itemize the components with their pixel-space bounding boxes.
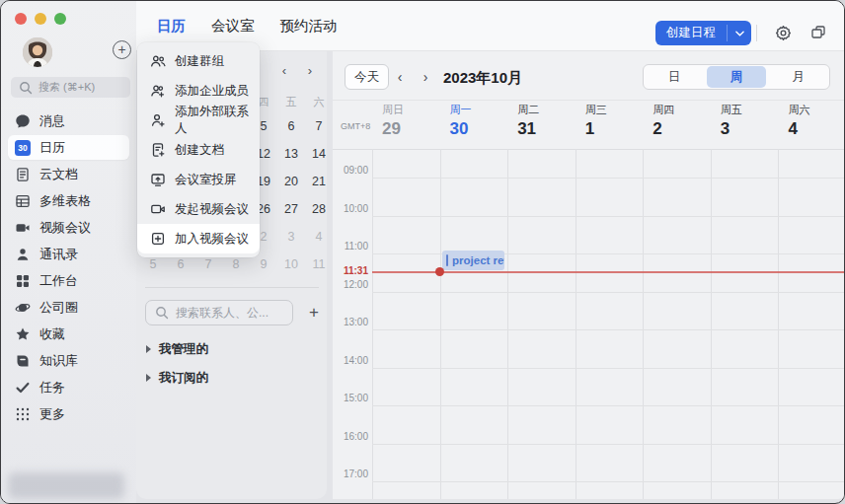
- calendar-section-managed[interactable]: 我管理的: [146, 337, 208, 361]
- mini-calendar-day[interactable]: 28: [305, 202, 333, 216]
- menu-item-label: 会议室投屏: [175, 172, 237, 188]
- day-header-31[interactable]: 周二31: [517, 103, 539, 139]
- event-title: project revi: [452, 254, 504, 266]
- window-controls: [15, 13, 66, 25]
- menu-item-create-doc[interactable]: 创建文档: [137, 135, 260, 165]
- sidebar-item-meetings[interactable]: 视频会议: [1, 214, 136, 241]
- mini-calendar-day[interactable]: 6: [167, 257, 194, 271]
- mini-calendar-day[interactable]: 7: [305, 119, 333, 133]
- mini-calendar-day[interactable]: 10: [277, 257, 305, 271]
- create-event-button[interactable]: 创建日程: [655, 21, 751, 45]
- sidebar-item-label: 视频会议: [39, 219, 91, 237]
- week-view: 今天 ‹ › 2023年10月 日周月 GMT+8 周日29周一30周二31周三…: [333, 51, 845, 499]
- view-day[interactable]: 日: [645, 66, 705, 88]
- mini-calendar-day[interactable]: 21: [305, 175, 333, 188]
- check-icon: [15, 380, 31, 396]
- date-label: 31: [517, 119, 539, 139]
- app-window: + 搜索 (⌘+K) 消息30日历云文档多维表格视频会议通讯录工作台公司圈收藏知…: [0, 0, 845, 504]
- zoom-window-button[interactable]: [54, 13, 66, 25]
- star-icon: [15, 326, 31, 342]
- sidebar-item-tasks[interactable]: 任务: [1, 374, 136, 400]
- sidebar-item-calendar[interactable]: 30日历: [1, 134, 136, 161]
- sidebar-item-docs[interactable]: 云文档: [1, 161, 136, 187]
- mini-calendar-day[interactable]: 6: [277, 119, 305, 133]
- mini-calendar-day[interactable]: 20: [277, 175, 305, 188]
- day-header-29[interactable]: 周日29: [382, 103, 404, 139]
- workbench-icon: [15, 273, 31, 289]
- mini-calendar-day[interactable]: 8: [222, 257, 250, 271]
- sidebar-item-wiki[interactable]: 知识库: [1, 347, 136, 374]
- weekday-label: 周四: [653, 103, 674, 117]
- plus-menu-button[interactable]: +: [113, 40, 131, 59]
- mini-calendar-day[interactable]: 11: [305, 257, 333, 271]
- contact-search-placeholder: 搜索联系人、公...: [176, 305, 269, 322]
- menu-item-add-external[interactable]: 添加外部联系人: [137, 106, 260, 135]
- hour-label: 10:00: [333, 203, 368, 214]
- mini-calendar-day[interactable]: 5: [139, 257, 167, 271]
- add-calendar-button[interactable]: +: [301, 300, 327, 325]
- mini-calendar-weekday: 六: [305, 95, 333, 109]
- global-search-input[interactable]: 搜索 (⌘+K): [11, 77, 130, 98]
- contact-search-input[interactable]: 搜索联系人、公...: [145, 300, 293, 325]
- calendar-section-subscribed[interactable]: 我订阅的: [146, 366, 208, 390]
- menu-item-add-member[interactable]: 添加企业成员: [137, 76, 260, 106]
- tab-events[interactable]: 预约活动: [280, 17, 338, 36]
- tab-meeting-rooms[interactable]: 会议室: [211, 17, 255, 36]
- hour-label: 16:00: [333, 431, 368, 442]
- mini-calendar-day[interactable]: 4: [305, 230, 333, 244]
- avatar[interactable]: [23, 37, 52, 67]
- next-week-icon[interactable]: ›: [416, 67, 435, 87]
- mini-calendar-prev-icon[interactable]: ‹: [275, 62, 293, 80]
- sidebar: + 搜索 (⌘+K) 消息30日历云文档多维表格视频会议通讯录工作台公司圈收藏知…: [1, 1, 136, 503]
- today-button[interactable]: 今天: [345, 64, 389, 90]
- menu-item-create-group[interactable]: 创建群组: [137, 46, 260, 76]
- minimize-window-button[interactable]: [35, 13, 46, 25]
- sidebar-item-base[interactable]: 多维表格: [1, 187, 136, 214]
- event-accent-bar: [446, 254, 449, 266]
- open-new-window-icon[interactable]: [808, 23, 828, 42]
- external-contact-icon: [150, 112, 166, 128]
- settings-gear-icon[interactable]: [773, 23, 793, 42]
- date-label: 30: [450, 119, 472, 139]
- tab-calendar[interactable]: 日历: [157, 17, 186, 36]
- prev-week-icon[interactable]: ‹: [390, 67, 410, 87]
- sidebar-item-workbench[interactable]: 工作台: [1, 267, 136, 294]
- sidebar-item-moments[interactable]: 公司圈: [1, 294, 136, 321]
- sidebar-item-messages[interactable]: 消息: [1, 108, 136, 134]
- view-month[interactable]: 月: [768, 66, 828, 88]
- sidebar-item-favorites[interactable]: 收藏: [1, 321, 136, 347]
- menu-item-join-video-call[interactable]: 加入视频会议: [137, 224, 260, 253]
- menu-item-room-cast[interactable]: 会议室投屏: [137, 165, 260, 194]
- menu-item-start-video-call[interactable]: 发起视频会议: [137, 194, 260, 224]
- mini-calendar-next-icon[interactable]: ›: [301, 62, 319, 80]
- mini-calendar-day[interactable]: 7: [194, 257, 222, 271]
- day-header-1[interactable]: 周三1: [585, 103, 607, 139]
- menu-item-label: 创建群组: [175, 53, 224, 70]
- chevron-down-icon[interactable]: [728, 21, 751, 45]
- mini-calendar-day[interactable]: 9: [250, 257, 277, 271]
- day-header-2[interactable]: 周四2: [653, 103, 674, 139]
- sidebar-item-contacts[interactable]: 通讯录: [1, 241, 136, 267]
- sidebar-nav: 消息30日历云文档多维表格视频会议通讯录工作台公司圈收藏知识库任务更多: [1, 108, 136, 427]
- video-icon: [15, 220, 31, 236]
- day-header-4[interactable]: 周六4: [788, 103, 809, 139]
- day-header-3[interactable]: 周五3: [721, 103, 742, 139]
- event-block[interactable]: project revi: [442, 251, 505, 270]
- hour-label: 17:00: [333, 468, 368, 479]
- mini-calendar-day[interactable]: 3: [277, 230, 305, 244]
- sidebar-item-label: 收藏: [39, 325, 65, 343]
- mini-calendar-day[interactable]: 13: [277, 147, 305, 161]
- day-header-30[interactable]: 周一30: [450, 103, 472, 139]
- mini-calendar-day[interactable]: 14: [305, 147, 333, 161]
- mini-calendar-weekday: 五: [277, 95, 305, 109]
- menu-item-label: 添加外部联系人: [175, 104, 260, 137]
- view-week[interactable]: 周: [707, 66, 767, 88]
- hour-label: 14:00: [333, 355, 368, 366]
- menu-item-label: 创建文档: [175, 142, 224, 159]
- mini-calendar-day[interactable]: 27: [277, 202, 305, 216]
- sidebar-item-label: 工作台: [39, 272, 78, 290]
- sidebar-item-label: 公司圈: [39, 299, 78, 317]
- close-window-button[interactable]: [15, 13, 27, 25]
- sidebar-item-more[interactable]: 更多: [1, 400, 136, 427]
- menu-item-label: 发起视频会议: [175, 201, 249, 218]
